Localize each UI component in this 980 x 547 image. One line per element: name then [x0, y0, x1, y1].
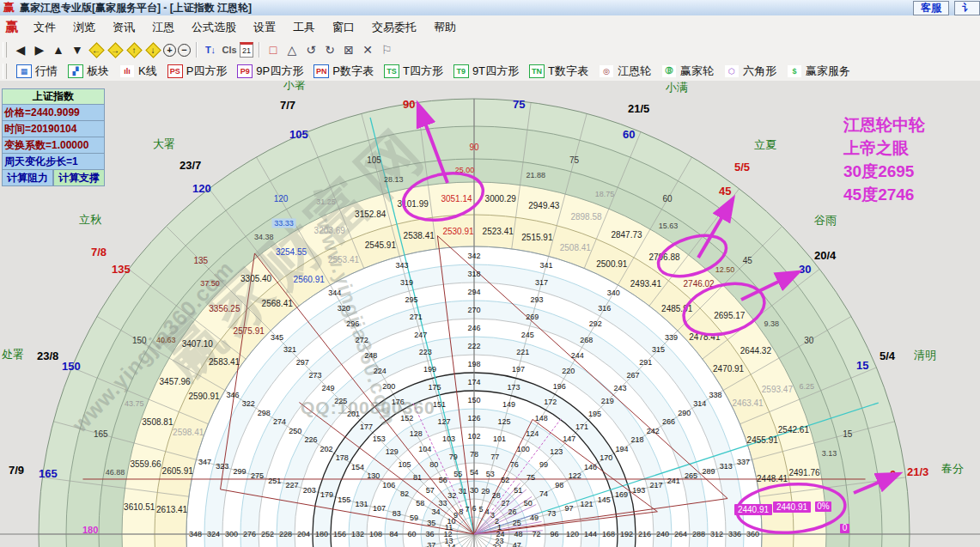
view-p-table[interactable]: PNP数字表 [313, 64, 374, 79]
pointer-up-icon[interactable]: ▲ [50, 41, 67, 58]
rotate-cw-icon[interactable]: ↻ [321, 41, 338, 58]
svg-text:122: 122 [569, 471, 581, 480]
svg-text:203: 203 [303, 486, 316, 495]
svg-text:197: 197 [512, 365, 525, 374]
view-kline[interactable]: ılıK线 [119, 64, 157, 79]
svg-text:84: 84 [389, 530, 398, 538]
menu-窗口[interactable]: 窗口 [324, 15, 363, 39]
svg-text:25: 25 [513, 519, 521, 527]
page-left-icon[interactable]: ◀ [12, 41, 29, 58]
zoom-out-icon[interactable]: − [178, 44, 191, 57]
calc-resistance-button[interactable]: 计算阻力 [2, 170, 53, 186]
customer-service-button[interactable]: 客服 [913, 1, 949, 15]
page-right-icon[interactable]: ▶ [31, 41, 48, 58]
svg-text:30度2695: 30度2695 [843, 162, 915, 180]
rotate-ccw-icon[interactable]: ↺ [302, 41, 320, 58]
view-winner-wheel[interactable]: Ⓑ赢家轮 [661, 64, 714, 79]
clipped-button[interactable]: 讠 [954, 1, 980, 15]
svg-text:147: 147 [563, 435, 575, 443]
view-quotes[interactable]: ▦行情 [16, 64, 58, 79]
svg-text:293: 293 [531, 295, 544, 304]
menu-公式选股[interactable]: 公式选股 [183, 15, 245, 39]
view-p-square[interactable]: PSP四方形 [167, 64, 228, 79]
view-label: 赢家服务 [806, 64, 850, 79]
toolbar-separator [259, 42, 259, 58]
pan-down-icon[interactable]: ↓ [144, 41, 161, 58]
view-9t-square[interactable]: T99T四方形 [453, 64, 519, 79]
param-row: 周天变化步长=1 [2, 154, 105, 170]
menu-江恩[interactable]: 江恩 [143, 15, 183, 39]
param-row: 变换系数=1.00000 [2, 137, 105, 154]
svg-text:2568.41: 2568.41 [262, 299, 294, 308]
view-t-square[interactable]: TST四方形 [384, 64, 443, 79]
menu-设置[interactable]: 设置 [245, 15, 284, 39]
svg-text:76: 76 [510, 460, 519, 469]
view-winner-service[interactable]: $赢家服务 [787, 64, 850, 79]
view-hexagon[interactable]: ⬡六角形 [724, 64, 776, 79]
svg-text:313: 313 [720, 462, 733, 471]
svg-text:120: 120 [274, 194, 289, 204]
svg-text:121: 121 [580, 500, 593, 508]
svg-text:343: 343 [395, 261, 408, 270]
svg-text:169: 169 [615, 490, 628, 499]
svg-text:172: 172 [544, 398, 557, 406]
svg-text:53: 53 [486, 470, 495, 478]
pan-left-icon[interactable]: ← [88, 41, 105, 58]
menu-资讯[interactable]: 资讯 [104, 15, 143, 39]
toolbar-views: ▦行情▞板块ılıK线PSP四方形P99P四方形PNP数字表TST四方形T99T… [0, 61, 980, 82]
view-9p-square[interactable]: P99P四方形 [237, 64, 303, 79]
svg-text:318: 318 [467, 270, 480, 278]
cls-icon[interactable]: Cls [221, 41, 238, 58]
menu-文件[interactable]: 文件 [25, 15, 64, 39]
toolbar-grip [3, 64, 7, 79]
pan-right-icon[interactable]: → [107, 41, 124, 58]
svg-text:130: 130 [367, 471, 380, 480]
svg-text:2847.73: 2847.73 [611, 230, 642, 240]
svg-text:322: 322 [242, 399, 255, 408]
svg-text:0: 0 [843, 523, 848, 532]
svg-text:193: 193 [632, 486, 645, 495]
collapse-tool-icon[interactable]: ✕ [359, 41, 376, 58]
svg-text:129: 129 [386, 447, 399, 456]
triangle-tool-icon[interactable]: △ [283, 41, 301, 58]
svg-text:340: 340 [607, 289, 620, 297]
svg-text:处署: 处署 [2, 348, 24, 361]
flag-tool-icon[interactable]: ⚐ [378, 41, 395, 58]
svg-text:58: 58 [416, 499, 424, 507]
svg-text:QQ:100800360: QQ:100800360 [301, 398, 435, 417]
clear-box-icon[interactable]: ⊠ [340, 41, 357, 58]
svg-text:175: 175 [429, 383, 441, 392]
menu-工具[interactable]: 工具 [284, 15, 324, 39]
gann-wheel-chart[interactable]: 赢家财富网www.yingjia360.comwww.yingjia360.co… [0, 81, 980, 547]
svg-text:219: 219 [601, 397, 614, 405]
svg-text:2455.91: 2455.91 [747, 435, 779, 445]
rect-tool-icon[interactable]: □ [265, 41, 282, 58]
svg-text:274: 274 [273, 417, 286, 426]
svg-text:99: 99 [539, 460, 548, 469]
svg-text:98: 98 [555, 481, 563, 489]
svg-text:3610.51: 3610.51 [124, 502, 155, 512]
svg-text:150: 150 [132, 336, 147, 345]
view-t-table[interactable]: TNT数字表 [529, 64, 588, 79]
price-scale-icon[interactable]: T↓ [202, 41, 219, 58]
view-gann-wheel[interactable]: ◎江恩轮 [599, 64, 651, 79]
calendar-icon[interactable]: 21 [240, 42, 253, 58]
svg-text:12.50: 12.50 [715, 265, 735, 274]
sectors-icon: ▞ [68, 64, 83, 78]
svg-text:250: 250 [289, 427, 301, 435]
pan-up-icon[interactable]: ↑ [125, 41, 143, 58]
svg-text:320: 320 [338, 304, 350, 313]
svg-text:7: 7 [466, 505, 470, 514]
view-sectors[interactable]: ▞板块 [68, 64, 109, 79]
menu-帮助[interactable]: 帮助 [425, 15, 465, 39]
svg-text:2593.47: 2593.47 [762, 385, 794, 394]
svg-text:51: 51 [514, 486, 522, 495]
menu-浏览[interactable]: 浏览 [64, 15, 104, 39]
calc-support-button[interactable]: 计算支撑 [53, 170, 105, 186]
svg-text:269: 269 [526, 313, 539, 321]
zoom-in-icon[interactable]: + [163, 44, 176, 57]
svg-text:180: 180 [82, 525, 98, 535]
pointer-down-icon[interactable]: ▼ [69, 41, 86, 58]
svg-text:300: 300 [225, 530, 238, 538]
menu-交易委托[interactable]: 交易委托 [363, 15, 425, 39]
